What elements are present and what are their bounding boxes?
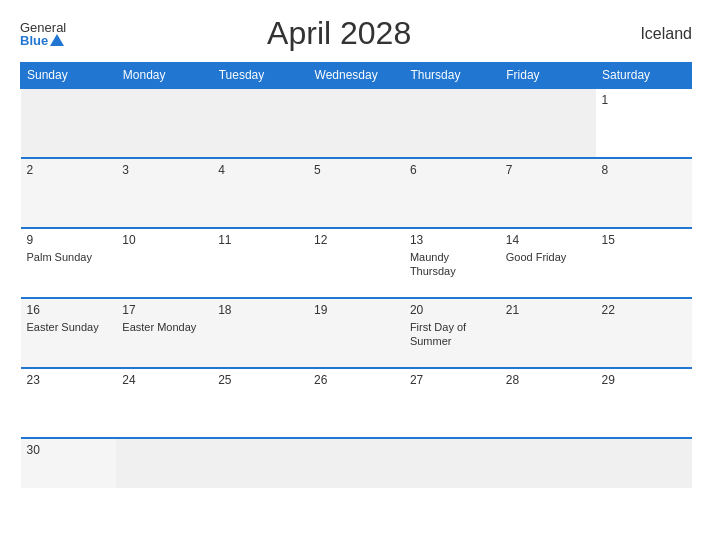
day-number: 30 xyxy=(27,443,111,457)
day-cell: 14Good Friday xyxy=(500,228,596,298)
holiday-label: Maundy Thursday xyxy=(410,250,494,279)
day-number: 10 xyxy=(122,233,206,247)
day-cell: 25 xyxy=(212,368,308,438)
day-cell: 10 xyxy=(116,228,212,298)
day-number: 25 xyxy=(218,373,302,387)
day-number: 5 xyxy=(314,163,398,177)
day-cell: 12 xyxy=(308,228,404,298)
day-cell: 1 xyxy=(596,88,692,158)
page: General Blue April 2028 Iceland SundayMo… xyxy=(0,0,712,550)
day-number: 26 xyxy=(314,373,398,387)
week-row-3: 9Palm Sunday10111213Maundy Thursday14Goo… xyxy=(21,228,692,298)
col-header-sunday: Sunday xyxy=(21,63,117,89)
day-number: 11 xyxy=(218,233,302,247)
day-cell xyxy=(404,88,500,158)
day-number: 22 xyxy=(602,303,686,317)
day-number: 16 xyxy=(27,303,111,317)
day-cell: 22 xyxy=(596,298,692,368)
day-cell: 9Palm Sunday xyxy=(21,228,117,298)
day-cell xyxy=(212,438,308,488)
col-header-monday: Monday xyxy=(116,63,212,89)
day-cell: 27 xyxy=(404,368,500,438)
header-row: SundayMondayTuesdayWednesdayThursdayFrid… xyxy=(21,63,692,89)
day-cell: 11 xyxy=(212,228,308,298)
day-number: 14 xyxy=(506,233,590,247)
day-number: 18 xyxy=(218,303,302,317)
day-number: 24 xyxy=(122,373,206,387)
day-cell: 3 xyxy=(116,158,212,228)
day-cell: 30 xyxy=(21,438,117,488)
day-cell: 18 xyxy=(212,298,308,368)
day-number: 6 xyxy=(410,163,494,177)
day-number: 1 xyxy=(602,93,686,107)
col-header-wednesday: Wednesday xyxy=(308,63,404,89)
day-cell: 5 xyxy=(308,158,404,228)
day-cell xyxy=(308,88,404,158)
day-cell: 4 xyxy=(212,158,308,228)
col-header-thursday: Thursday xyxy=(404,63,500,89)
day-cell: 13Maundy Thursday xyxy=(404,228,500,298)
day-number: 29 xyxy=(602,373,686,387)
day-cell xyxy=(500,88,596,158)
day-cell: 6 xyxy=(404,158,500,228)
header: General Blue April 2028 Iceland xyxy=(20,15,692,52)
day-cell: 8 xyxy=(596,158,692,228)
day-number: 17 xyxy=(122,303,206,317)
day-cell: 15 xyxy=(596,228,692,298)
calendar-header: SundayMondayTuesdayWednesdayThursdayFrid… xyxy=(21,63,692,89)
holiday-label: First Day ofSummer xyxy=(410,320,494,349)
day-number: 21 xyxy=(506,303,590,317)
day-number: 8 xyxy=(602,163,686,177)
day-number: 3 xyxy=(122,163,206,177)
day-number: 13 xyxy=(410,233,494,247)
day-number: 20 xyxy=(410,303,494,317)
day-cell xyxy=(308,438,404,488)
holiday-label: Easter Monday xyxy=(122,320,206,334)
logo: General Blue xyxy=(20,21,66,47)
day-number: 28 xyxy=(506,373,590,387)
week-row-4: 16Easter Sunday17Easter Monday181920Firs… xyxy=(21,298,692,368)
day-cell xyxy=(116,88,212,158)
day-number: 19 xyxy=(314,303,398,317)
logo-blue-text: Blue xyxy=(20,34,48,47)
day-cell: 28 xyxy=(500,368,596,438)
day-number: 4 xyxy=(218,163,302,177)
logo-general-text: General xyxy=(20,21,66,34)
day-cell: 2 xyxy=(21,158,117,228)
day-number: 12 xyxy=(314,233,398,247)
day-cell: 16Easter Sunday xyxy=(21,298,117,368)
day-cell: 29 xyxy=(596,368,692,438)
logo-triangle-icon xyxy=(50,34,64,46)
day-cell xyxy=(116,438,212,488)
day-number: 7 xyxy=(506,163,590,177)
day-cell xyxy=(212,88,308,158)
day-number: 23 xyxy=(27,373,111,387)
day-cell: 17Easter Monday xyxy=(116,298,212,368)
calendar-title: April 2028 xyxy=(66,15,612,52)
holiday-label: Easter Sunday xyxy=(27,320,111,334)
holiday-label: Good Friday xyxy=(506,250,590,264)
day-cell: 24 xyxy=(116,368,212,438)
col-header-saturday: Saturday xyxy=(596,63,692,89)
day-cell: 19 xyxy=(308,298,404,368)
day-cell: 23 xyxy=(21,368,117,438)
day-number: 27 xyxy=(410,373,494,387)
day-cell: 20First Day ofSummer xyxy=(404,298,500,368)
day-cell xyxy=(500,438,596,488)
week-row-5: 23242526272829 xyxy=(21,368,692,438)
day-number: 15 xyxy=(602,233,686,247)
holiday-label: Palm Sunday xyxy=(27,250,111,264)
col-header-tuesday: Tuesday xyxy=(212,63,308,89)
day-cell xyxy=(596,438,692,488)
day-cell: 7 xyxy=(500,158,596,228)
calendar-table: SundayMondayTuesdayWednesdayThursdayFrid… xyxy=(20,62,692,488)
country-label: Iceland xyxy=(612,25,692,43)
day-number: 9 xyxy=(27,233,111,247)
day-cell: 26 xyxy=(308,368,404,438)
calendar-body: 123456789Palm Sunday10111213Maundy Thurs… xyxy=(21,88,692,488)
day-cell: 21 xyxy=(500,298,596,368)
day-cell xyxy=(404,438,500,488)
week-row-2: 2345678 xyxy=(21,158,692,228)
week-row-1: 1 xyxy=(21,88,692,158)
day-number: 2 xyxy=(27,163,111,177)
